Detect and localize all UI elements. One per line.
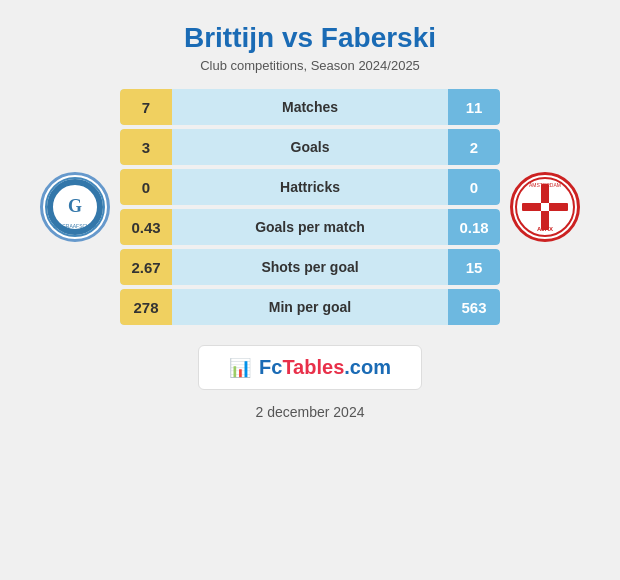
svg-text:DE GRAAFSCHAP: DE GRAAFSCHAP: [54, 223, 97, 229]
stat-left-value: 0.43: [120, 209, 172, 245]
stat-right-value: 11: [448, 89, 500, 125]
svg-text:AMSTERDAM: AMSTERDAM: [529, 182, 561, 188]
stat-label: Min per goal: [172, 299, 448, 315]
svg-rect-7: [541, 203, 549, 211]
stat-label: Matches: [172, 99, 448, 115]
stat-label: Goals: [172, 139, 448, 155]
stat-left-value: 2.67: [120, 249, 172, 285]
stat-right-value: 0.18: [448, 209, 500, 245]
stat-label: Shots per goal: [172, 259, 448, 275]
team-logo-right: AJAX AMSTERDAM: [500, 172, 590, 242]
match-subtitle: Club competitions, Season 2024/2025: [184, 58, 436, 73]
watermark: 📊 FcTables.com: [198, 345, 422, 390]
stat-right-value: 15: [448, 249, 500, 285]
header: Brittijn vs Faberski Club competitions, …: [164, 0, 456, 79]
stat-label: Goals per match: [172, 219, 448, 235]
stat-row: 0Hattricks0: [120, 169, 500, 205]
ajax-logo: AJAX AMSTERDAM: [510, 172, 580, 242]
watermark-icon: 📊: [229, 357, 251, 379]
match-title: Brittijn vs Faberski: [184, 22, 436, 54]
stat-right-value: 2: [448, 129, 500, 165]
watermark-text: FcTables.com: [259, 356, 391, 379]
ajax-svg: AJAX AMSTERDAM: [514, 176, 576, 238]
footer-date: 2 december 2024: [256, 404, 365, 420]
graafschap-logo: G DE GRAAFSCHAP: [40, 172, 110, 242]
stat-row: 3Goals2: [120, 129, 500, 165]
stat-row: 7Matches11: [120, 89, 500, 125]
stat-left-value: 7: [120, 89, 172, 125]
stat-left-value: 278: [120, 289, 172, 325]
stat-row: 278Min per goal563: [120, 289, 500, 325]
stat-right-value: 0: [448, 169, 500, 205]
stat-right-value: 563: [448, 289, 500, 325]
stat-left-value: 0: [120, 169, 172, 205]
stat-label: Hattricks: [172, 179, 448, 195]
stat-row: 0.43Goals per match0.18: [120, 209, 500, 245]
svg-text:AJAX: AJAX: [537, 226, 553, 232]
stat-left-value: 3: [120, 129, 172, 165]
svg-text:G: G: [68, 196, 82, 216]
stat-row: 2.67Shots per goal15: [120, 249, 500, 285]
content-area: G DE GRAAFSCHAP 7Matches113Goals20Hattri…: [0, 79, 620, 335]
graafschap-svg: G DE GRAAFSCHAP: [44, 176, 106, 238]
stats-container: 7Matches113Goals20Hattricks00.43Goals pe…: [120, 89, 500, 325]
team-logo-left: G DE GRAAFSCHAP: [30, 172, 120, 242]
